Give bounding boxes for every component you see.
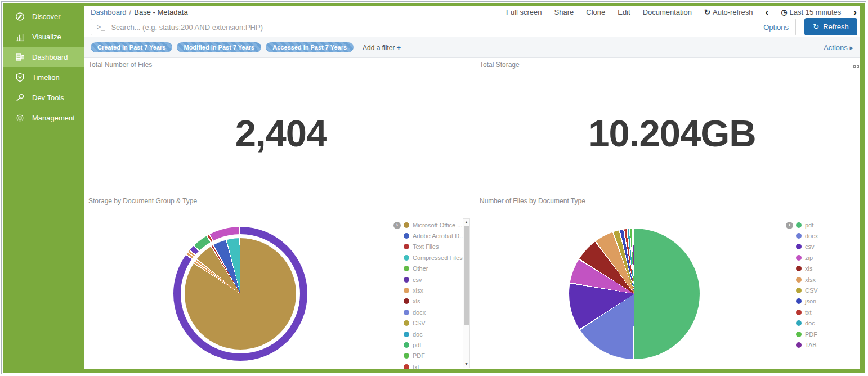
legend-color-dot [796, 320, 802, 326]
legend-label: xls [805, 265, 812, 272]
sidebar-item-label: Dashboard [32, 53, 68, 61]
storage-pie-inner[interactable] [185, 238, 296, 350]
legend-label: docx [413, 309, 426, 316]
legend-item-txt[interactable]: txt [796, 307, 860, 317]
sidebar-item-visualize[interactable]: Visualize [3, 26, 84, 47]
legend-scrollbar-thumb[interactable] [464, 226, 469, 325]
legend-scrollbar[interactable]: ▲ ▼ [463, 218, 470, 368]
gear-icon [15, 113, 25, 123]
legend-label: txt [413, 364, 419, 369]
filter-pill[interactable]: Modified in Past 7 Years [177, 42, 261, 52]
legend-color-dot [404, 244, 409, 249]
bar-chart-icon [15, 32, 25, 42]
metric-total-files: 2,404 [84, 111, 478, 155]
legend-label: txt [805, 309, 812, 316]
legend-color-dot [796, 332, 802, 337]
menu-edit[interactable]: Edit [618, 8, 630, 16]
legend-item-docx[interactable]: docx [796, 230, 860, 241]
auto-refresh-button[interactable]: ↻Auto-refresh [704, 8, 753, 16]
sidebar-item-management[interactable]: Management [3, 108, 84, 128]
legend-color-dot [404, 288, 409, 293]
plus-icon: + [396, 43, 401, 52]
refresh-icon: ↻ [813, 23, 819, 31]
legend-item-pdf[interactable]: ›pdf [796, 220, 860, 230]
sidebar-item-dev-tools[interactable]: Dev Tools [3, 87, 84, 108]
time-prev-button[interactable]: ‹ [766, 8, 769, 16]
breadcrumb-dashboard-link[interactable]: Dashboard [91, 8, 127, 16]
scroll-down-icon[interactable]: ▼ [463, 361, 469, 368]
menu-full-screen[interactable]: Full screen [506, 8, 542, 16]
legend-label: Compressed Files [413, 254, 463, 261]
legend-label: xls [413, 298, 420, 305]
legend-color-dot [404, 332, 409, 337]
legend-item-tab[interactable]: TAB [796, 339, 860, 350]
legend-label: docx [805, 232, 818, 239]
search-options-link[interactable]: Options [763, 23, 795, 32]
legend-item-zip[interactable]: zip [796, 252, 860, 263]
time-next-button[interactable]: › [853, 8, 857, 16]
breadcrumb: Dashboard/Base - Metadata [91, 8, 188, 16]
wrench-icon [15, 93, 25, 102]
menu-share[interactable]: Share [554, 8, 574, 16]
legend-color-dot [404, 266, 409, 271]
legend-color-dot [404, 298, 409, 304]
legend-label: csv [805, 243, 815, 250]
legend-label: Microsoft Office ... [413, 222, 462, 229]
filter-actions-button[interactable]: Actions ▸ [824, 43, 860, 52]
legend-item-xls[interactable]: xls [796, 263, 860, 274]
legend-label: json [805, 298, 816, 305]
legend-collapse-icon[interactable]: › [786, 222, 793, 229]
legend-item-json[interactable]: json [796, 296, 860, 307]
sidebar-item-label: Management [32, 114, 75, 122]
legend-color-dot [796, 342, 802, 348]
legend-item-pdf[interactable]: PDF [796, 329, 860, 339]
time-range-picker[interactable]: ◷Last 15 minutes [781, 8, 841, 16]
legend-label: CSV [805, 287, 818, 294]
legend-collapse-icon[interactable]: › [393, 222, 401, 229]
legend-label: pdf [413, 342, 421, 348]
sidebar-item-label: Discover [32, 12, 61, 21]
legend-label: PDF [413, 352, 425, 359]
search-box: >_ Options [91, 19, 796, 35]
refresh-button[interactable]: ↻ Refresh [804, 18, 857, 35]
legend-color-dot [796, 266, 802, 271]
legend-color-dot [404, 342, 409, 348]
legend-color-dot [796, 244, 802, 249]
menu-clone[interactable]: Clone [586, 8, 605, 16]
search-prompt-icon: >_ [91, 23, 110, 31]
legend-item-csv[interactable]: csv [796, 241, 860, 252]
sidebar-item-discover[interactable]: Discover [3, 6, 84, 26]
legend-color-dot [796, 277, 802, 283]
legend-label: csv [413, 276, 422, 283]
menu-documentation[interactable]: Documentation [643, 8, 692, 16]
sidebar-item-dashboard[interactable]: Dashboard [3, 47, 84, 67]
legend-color-dot [796, 288, 802, 293]
legend-label: TAB [805, 342, 817, 348]
main-content: Dashboard/Base - Metadata Full screenSha… [84, 6, 860, 369]
panel-title-total-files: Total Number of Files [88, 61, 152, 69]
legend-item-csv[interactable]: CSV [796, 285, 860, 296]
legend-item-xlsx[interactable]: xlsx [796, 274, 860, 285]
legend-color-dot [796, 298, 802, 304]
sidebar-item-timelion[interactable]: Timelion [3, 67, 84, 87]
search-input[interactable] [110, 23, 763, 32]
panel-options-button[interactable] [853, 65, 860, 69]
legend-label: Other [413, 265, 428, 272]
scroll-up-icon[interactable]: ▲ [463, 219, 469, 226]
legend-color-dot [404, 222, 409, 228]
legend-label: doc [413, 331, 423, 338]
sidebar-item-label: Dev Tools [32, 93, 64, 102]
add-filter-button[interactable]: Add a filter+ [363, 43, 401, 52]
filter-pill[interactable]: Accessed in Past 7 Years [266, 42, 354, 52]
legend-item-doc[interactable]: doc [796, 318, 860, 329]
legend-label: PDF [805, 331, 817, 338]
sidebar-nav: DiscoverVisualizeDashboardTimelionDev To… [3, 6, 84, 369]
legend-color-dot [404, 277, 409, 283]
dashboard-grid: Total Number of Files Total Storage 2,40… [84, 58, 860, 369]
legend-color-dot [796, 222, 802, 228]
breadcrumb-separator: / [129, 8, 132, 16]
auto-refresh-icon: ↻ [704, 8, 710, 16]
app-window: DiscoverVisualizeDashboardTimelionDev To… [1, 1, 866, 374]
files-pie[interactable] [569, 229, 700, 359]
filter-pill[interactable]: Created in Past 7 Years [91, 42, 172, 52]
